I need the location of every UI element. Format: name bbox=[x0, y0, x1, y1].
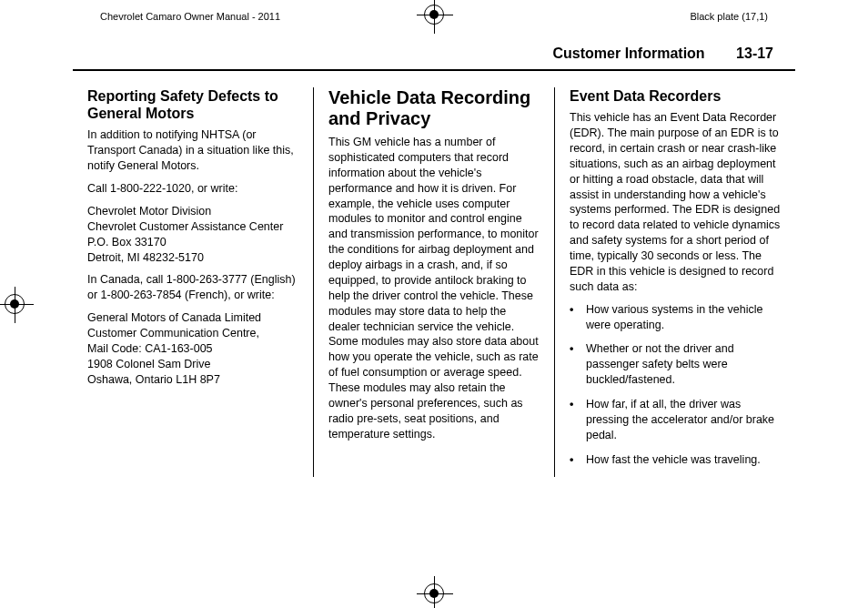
heading-reporting-defects: Reporting Safety Defects to General Moto… bbox=[87, 87, 298, 122]
bullet-icon: • bbox=[570, 397, 586, 443]
doc-title: Chevrolet Camaro Owner Manual - 2011 bbox=[100, 11, 280, 22]
page-frame: Customer Information 13-17 Reporting Saf… bbox=[73, 38, 795, 477]
bullet-icon: • bbox=[570, 452, 586, 468]
body-text: Call 1-800-222-1020, or write: bbox=[87, 181, 298, 197]
address-block: Chevrolet Motor Division Chevrolet Custo… bbox=[87, 204, 298, 266]
address-block: General Motors of Canada Limited Custome… bbox=[87, 310, 298, 387]
body-text: This vehicle has an Event Data Recorder … bbox=[570, 110, 781, 295]
list-item: •How fast the vehicle was traveling. bbox=[570, 452, 781, 468]
section-title: Customer Information bbox=[553, 46, 705, 61]
crop-mark-icon bbox=[424, 5, 444, 25]
list-item: •How far, if at all, the driver was pres… bbox=[570, 397, 781, 443]
column-left: Reporting Safety Defects to General Moto… bbox=[73, 87, 313, 477]
bullet-list: •How various systems in the vehicle were… bbox=[570, 302, 781, 468]
list-item: •How various systems in the vehicle were… bbox=[570, 302, 781, 333]
heading-event-data-recorders: Event Data Recorders bbox=[570, 87, 781, 105]
body-text: In Canada, call 1-800-263-3777 (English)… bbox=[87, 272, 298, 303]
column-right: Event Data Recorders This vehicle has an… bbox=[555, 87, 795, 477]
page-header: Customer Information 13-17 bbox=[73, 38, 795, 71]
column-middle: Vehicle Data Recording and Privacy This … bbox=[313, 87, 555, 477]
list-item: •Whether or not the driver and passenger… bbox=[570, 341, 781, 388]
bullet-icon: • bbox=[570, 341, 586, 388]
content-columns: Reporting Safety Defects to General Moto… bbox=[73, 71, 795, 477]
heading-vehicle-data-privacy: Vehicle Data Recording and Privacy bbox=[328, 87, 540, 129]
bullet-icon: • bbox=[570, 302, 586, 333]
plate-label: Black plate (17,1) bbox=[690, 11, 768, 22]
body-text: In addition to notifying NHTSA (or Trans… bbox=[87, 127, 298, 174]
body-text: This GM vehicle has a number of sophisti… bbox=[328, 135, 540, 442]
page-number: 13-17 bbox=[736, 46, 773, 61]
crop-mark-icon bbox=[424, 583, 444, 603]
crop-mark-icon bbox=[5, 294, 25, 314]
